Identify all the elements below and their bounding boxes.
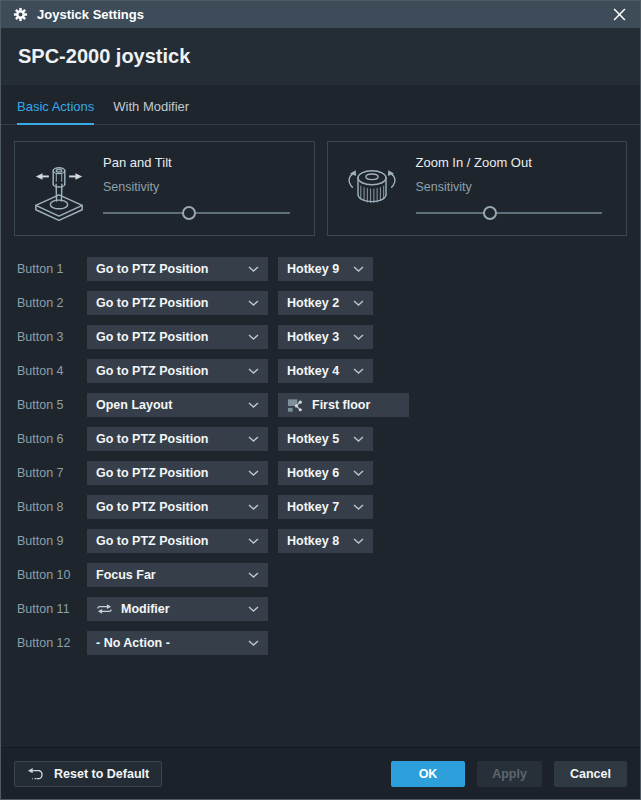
action-dropdown[interactable]: - No Action -: [87, 631, 268, 655]
hotkey-dropdown[interactable]: Hotkey 4: [278, 359, 373, 383]
modifier-swap-icon: [96, 603, 113, 615]
sensitivity-label: Sensitivity: [103, 180, 314, 194]
action-dropdown[interactable]: Go to PTZ Position: [87, 529, 268, 553]
chevron-down-icon: [353, 470, 364, 476]
hotkey-dropdown[interactable]: Hotkey 5: [278, 427, 373, 451]
chevron-down-icon: [248, 572, 259, 578]
sensitivity-label: Sensitivity: [416, 180, 627, 194]
zoom-panel: Zoom In / Zoom Out Sensitivity: [327, 141, 628, 236]
chevron-down-icon: [248, 334, 259, 340]
tab-bar: Basic Actions With Modifier: [1, 99, 640, 125]
action-dropdown[interactable]: Go to PTZ Position: [87, 461, 268, 485]
button-label: Button 12: [17, 636, 87, 650]
button-row-8: Button 8 Go to PTZ Position Hotkey 7: [1, 495, 640, 519]
reset-to-default-button[interactable]: Reset to Default: [14, 761, 162, 787]
button-row-5: Button 5 Open Layout: [1, 393, 640, 417]
button-label: Button 4: [17, 364, 87, 378]
hotkey-dropdown[interactable]: Hotkey 2: [278, 291, 373, 315]
slider-track: [103, 212, 290, 214]
joystick-settings-dialog: Joystick Settings SPC-2000 joystick Basi…: [0, 0, 641, 800]
button-row-4: Button 4 Go to PTZ Position Hotkey 4: [1, 359, 640, 383]
action-dropdown[interactable]: Go to PTZ Position: [87, 325, 268, 349]
chevron-down-icon: [353, 368, 364, 374]
chevron-down-icon: [248, 470, 259, 476]
panel-title: Pan and Tilt: [103, 155, 314, 170]
slider-thumb[interactable]: [182, 206, 196, 220]
chevron-down-icon: [248, 538, 259, 544]
button-row-3: Button 3 Go to PTZ Position Hotkey 3: [1, 325, 640, 349]
chevron-down-icon: [248, 640, 259, 646]
action-dropdown[interactable]: Go to PTZ Position: [87, 257, 268, 281]
button-label: Button 7: [17, 466, 87, 480]
hotkey-dropdown[interactable]: Hotkey 7: [278, 495, 373, 519]
chevron-down-icon: [248, 504, 259, 510]
button-row-6: Button 6 Go to PTZ Position Hotkey 5: [1, 427, 640, 451]
button-row-12: Button 12 - No Action -: [1, 631, 640, 655]
cancel-button[interactable]: Cancel: [554, 761, 627, 787]
button-label: Button 1: [17, 262, 87, 276]
pan-tilt-panel: Pan and Tilt Sensitivity: [14, 141, 315, 236]
chevron-down-icon: [353, 504, 364, 510]
chevron-down-icon: [248, 368, 259, 374]
apply-button[interactable]: Apply: [477, 761, 542, 787]
pan-tilt-sensitivity-slider[interactable]: [103, 205, 290, 221]
pan-tilt-panel-body: Pan and Tilt Sensitivity: [103, 142, 314, 235]
button-label: Button 9: [17, 534, 87, 548]
button-row-11: Button 11 Modifier: [1, 597, 640, 621]
action-dropdown[interactable]: Go to PTZ Position: [87, 291, 268, 315]
hotkey-dropdown[interactable]: Hotkey 9: [278, 257, 373, 281]
sensitivity-panels: Pan and Tilt Sensitivity: [14, 141, 627, 236]
zoom-panel-body: Zoom In / Zoom Out Sensitivity: [416, 142, 627, 235]
layout-icon: [287, 398, 304, 413]
action-dropdown[interactable]: Modifier: [87, 597, 268, 621]
button-label: Button 8: [17, 500, 87, 514]
panel-title: Zoom In / Zoom Out: [416, 155, 627, 170]
device-title: SPC-2000 joystick: [18, 45, 190, 68]
button-row-10: Button 10 Focus Far: [1, 563, 640, 587]
action-dropdown[interactable]: Focus Far: [87, 563, 268, 587]
button-row-9: Button 9 Go to PTZ Position Hotkey 8: [1, 529, 640, 553]
chevron-down-icon: [248, 402, 259, 408]
chevron-down-icon: [353, 538, 364, 544]
action-dropdown[interactable]: Go to PTZ Position: [87, 359, 268, 383]
chevron-down-icon: [353, 300, 364, 306]
zoom-sensitivity-slider[interactable]: [416, 205, 603, 221]
reset-label: Reset to Default: [54, 767, 149, 781]
slider-track: [416, 212, 603, 214]
hotkey-dropdown[interactable]: Hotkey 8: [278, 529, 373, 553]
tab-basic-actions[interactable]: Basic Actions: [17, 99, 94, 125]
button-row-2: Button 2 Go to PTZ Position Hotkey 2: [1, 291, 640, 315]
action-dropdown[interactable]: Open Layout: [87, 393, 268, 417]
chevron-down-icon: [248, 266, 259, 272]
button-label: Button 2: [17, 296, 87, 310]
button-label: Button 6: [17, 432, 87, 446]
button-label: Button 11: [17, 602, 87, 616]
button-row-1: Button 1 Go to PTZ Position Hotkey 9: [1, 257, 640, 281]
chevron-down-icon: [353, 436, 364, 442]
ok-button[interactable]: OK: [391, 761, 465, 787]
button-label: Button 3: [17, 330, 87, 344]
button-label: Button 5: [17, 398, 87, 412]
gear-icon: [13, 7, 28, 22]
hotkey-dropdown[interactable]: Hotkey 6: [278, 461, 373, 485]
tab-with-modifier[interactable]: With Modifier: [113, 99, 189, 124]
slider-thumb[interactable]: [483, 206, 497, 220]
dialog-header: SPC-2000 joystick: [1, 28, 640, 85]
footer-bar: Reset to Default OK Apply Cancel: [1, 747, 640, 799]
footer-action-buttons: OK Apply Cancel: [391, 761, 627, 787]
button-mapping-list: Button 1 Go to PTZ Position Hotkey 9 But…: [1, 257, 640, 655]
button-row-7: Button 7 Go to PTZ Position Hotkey 6: [1, 461, 640, 485]
chevron-down-icon: [353, 266, 364, 272]
chevron-down-icon: [353, 334, 364, 340]
layout-select-button[interactable]: First floor: [278, 393, 409, 417]
hotkey-dropdown[interactable]: Hotkey 3: [278, 325, 373, 349]
joystick-pan-tilt-icon: [15, 142, 103, 235]
button-label: Button 10: [17, 568, 87, 582]
title-bar: Joystick Settings: [1, 1, 640, 28]
zoom-knob-icon: [328, 142, 416, 235]
chevron-down-icon: [248, 300, 259, 306]
undo-icon: [27, 767, 46, 780]
close-icon[interactable]: [611, 6, 628, 23]
action-dropdown[interactable]: Go to PTZ Position: [87, 427, 268, 451]
action-dropdown[interactable]: Go to PTZ Position: [87, 495, 268, 519]
